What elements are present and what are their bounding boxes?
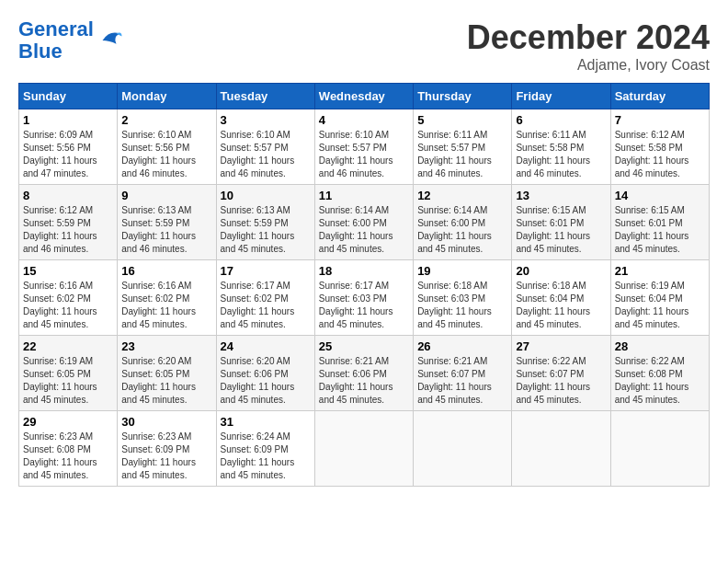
day-number: 8 (23, 189, 113, 202)
day-number: 1 (23, 113, 113, 127)
calendar-day-cell: 24Sunrise: 6:20 AMSunset: 6:06 PMDayligh… (216, 336, 314, 411)
calendar-day-cell (314, 411, 413, 487)
day-number: 20 (516, 264, 606, 278)
day-info: Sunrise: 6:18 AMSunset: 6:04 PMDaylight:… (516, 280, 606, 331)
day-info: Sunrise: 6:11 AMSunset: 5:58 PMDaylight:… (516, 129, 606, 180)
day-info: Sunrise: 6:20 AMSunset: 6:06 PMDaylight:… (221, 355, 311, 407)
calendar-day-cell (414, 411, 512, 487)
day-info: Sunrise: 6:12 AMSunset: 5:59 PMDaylight:… (23, 204, 113, 256)
calendar-day-cell: 18Sunrise: 6:17 AMSunset: 6:03 PMDayligh… (314, 260, 413, 336)
logo-bird-icon (96, 27, 123, 54)
day-info: Sunrise: 6:16 AMSunset: 6:02 PMDaylight:… (23, 280, 113, 331)
day-number: 21 (615, 264, 705, 278)
day-info: Sunrise: 6:19 AMSunset: 6:04 PMDaylight:… (615, 280, 705, 331)
day-info: Sunrise: 6:17 AMSunset: 6:02 PMDaylight:… (221, 280, 311, 331)
calendar-day-cell: 19Sunrise: 6:18 AMSunset: 6:03 PMDayligh… (414, 260, 512, 336)
day-number: 3 (221, 113, 311, 127)
day-number: 2 (121, 113, 211, 127)
day-info: Sunrise: 6:09 AMSunset: 5:56 PMDaylight:… (23, 129, 113, 180)
calendar-day-cell: 8Sunrise: 6:12 AMSunset: 5:59 PMDaylight… (19, 185, 118, 260)
weekday-header: Tuesday (216, 84, 314, 109)
calendar-day-cell (610, 411, 709, 487)
day-info: Sunrise: 6:11 AMSunset: 5:57 PMDaylight:… (417, 129, 507, 180)
title-block: December 2024 Adjame, Ivory Coast (467, 18, 710, 74)
day-number: 17 (221, 264, 311, 278)
calendar-week-row: 15Sunrise: 6:16 AMSunset: 6:02 PMDayligh… (19, 260, 710, 336)
calendar-day-cell: 21Sunrise: 6:19 AMSunset: 6:04 PMDayligh… (610, 260, 709, 336)
calendar-week-row: 29Sunrise: 6:23 AMSunset: 6:08 PMDayligh… (19, 411, 710, 487)
day-number: 30 (121, 415, 211, 429)
weekday-header: Friday (512, 84, 610, 109)
calendar-day-cell: 27Sunrise: 6:22 AMSunset: 6:07 PMDayligh… (512, 336, 610, 411)
calendar-day-cell (512, 411, 610, 487)
weekday-header: Wednesday (314, 84, 413, 109)
day-number: 27 (516, 339, 606, 353)
page-header: GeneralBlue December 2024 Adjame, Ivory … (18, 18, 710, 74)
calendar-week-row: 8Sunrise: 6:12 AMSunset: 5:59 PMDaylight… (19, 185, 710, 260)
day-info: Sunrise: 6:24 AMSunset: 6:09 PMDaylight:… (221, 431, 311, 482)
month-title: December 2024 (467, 18, 710, 57)
calendar-day-cell: 10Sunrise: 6:13 AMSunset: 5:59 PMDayligh… (216, 185, 314, 260)
day-number: 26 (417, 339, 507, 353)
day-info: Sunrise: 6:18 AMSunset: 6:03 PMDaylight:… (417, 280, 507, 331)
weekday-header: Monday (118, 84, 216, 109)
day-number: 9 (121, 189, 211, 202)
day-info: Sunrise: 6:12 AMSunset: 5:58 PMDaylight:… (615, 129, 705, 180)
day-info: Sunrise: 6:22 AMSunset: 6:07 PMDaylight:… (516, 355, 606, 407)
calendar-day-cell: 16Sunrise: 6:16 AMSunset: 6:02 PMDayligh… (118, 260, 216, 336)
day-info: Sunrise: 6:23 AMSunset: 6:09 PMDaylight:… (121, 431, 211, 482)
day-number: 18 (319, 264, 409, 278)
day-info: Sunrise: 6:10 AMSunset: 5:57 PMDaylight:… (319, 129, 409, 180)
day-info: Sunrise: 6:17 AMSunset: 6:03 PMDaylight:… (319, 280, 409, 331)
day-info: Sunrise: 6:10 AMSunset: 5:56 PMDaylight:… (121, 129, 211, 180)
calendar-day-cell: 20Sunrise: 6:18 AMSunset: 6:04 PMDayligh… (512, 260, 610, 336)
weekday-header-row: SundayMondayTuesdayWednesdayThursdayFrid… (19, 84, 710, 109)
logo-text: GeneralBlue (18, 18, 94, 63)
calendar-day-cell: 3Sunrise: 6:10 AMSunset: 5:57 PMDaylight… (216, 109, 314, 185)
day-number: 5 (417, 113, 507, 127)
day-info: Sunrise: 6:19 AMSunset: 6:05 PMDaylight:… (23, 355, 113, 407)
calendar-day-cell: 17Sunrise: 6:17 AMSunset: 6:02 PMDayligh… (216, 260, 314, 336)
day-number: 19 (417, 264, 507, 278)
day-info: Sunrise: 6:15 AMSunset: 6:01 PMDaylight:… (615, 204, 705, 256)
day-number: 14 (615, 189, 705, 202)
calendar-day-cell: 13Sunrise: 6:15 AMSunset: 6:01 PMDayligh… (512, 185, 610, 260)
calendar-day-cell: 28Sunrise: 6:22 AMSunset: 6:08 PMDayligh… (610, 336, 709, 411)
day-number: 22 (23, 339, 113, 353)
day-number: 24 (221, 339, 311, 353)
calendar-week-row: 22Sunrise: 6:19 AMSunset: 6:05 PMDayligh… (19, 336, 710, 411)
calendar-day-cell: 29Sunrise: 6:23 AMSunset: 6:08 PMDayligh… (19, 411, 118, 487)
weekday-header: Thursday (414, 84, 512, 109)
day-info: Sunrise: 6:13 AMSunset: 5:59 PMDaylight:… (221, 204, 311, 256)
day-number: 25 (319, 339, 409, 353)
calendar-day-cell: 23Sunrise: 6:20 AMSunset: 6:05 PMDayligh… (118, 336, 216, 411)
calendar-day-cell: 9Sunrise: 6:13 AMSunset: 5:59 PMDaylight… (118, 185, 216, 260)
day-number: 31 (221, 415, 311, 429)
day-number: 23 (121, 339, 211, 353)
calendar-day-cell: 4Sunrise: 6:10 AMSunset: 5:57 PMDaylight… (314, 109, 413, 185)
calendar-day-cell: 5Sunrise: 6:11 AMSunset: 5:57 PMDaylight… (414, 109, 512, 185)
day-number: 11 (319, 189, 409, 202)
day-info: Sunrise: 6:10 AMSunset: 5:57 PMDaylight:… (221, 129, 311, 180)
logo: GeneralBlue (18, 18, 123, 63)
weekday-header: Saturday (610, 84, 709, 109)
day-number: 6 (516, 113, 606, 127)
location-subtitle: Adjame, Ivory Coast (467, 57, 710, 74)
day-info: Sunrise: 6:14 AMSunset: 6:00 PMDaylight:… (319, 204, 409, 256)
day-number: 7 (615, 113, 705, 127)
calendar-day-cell: 30Sunrise: 6:23 AMSunset: 6:09 PMDayligh… (118, 411, 216, 487)
day-number: 16 (121, 264, 211, 278)
calendar-day-cell: 11Sunrise: 6:14 AMSunset: 6:00 PMDayligh… (314, 185, 413, 260)
calendar-day-cell: 7Sunrise: 6:12 AMSunset: 5:58 PMDaylight… (610, 109, 709, 185)
calendar-day-cell: 26Sunrise: 6:21 AMSunset: 6:07 PMDayligh… (414, 336, 512, 411)
calendar-day-cell: 12Sunrise: 6:14 AMSunset: 6:00 PMDayligh… (414, 185, 512, 260)
day-number: 12 (417, 189, 507, 202)
day-number: 13 (516, 189, 606, 202)
calendar-day-cell: 22Sunrise: 6:19 AMSunset: 6:05 PMDayligh… (19, 336, 118, 411)
day-number: 4 (319, 113, 409, 127)
calendar-week-row: 1Sunrise: 6:09 AMSunset: 5:56 PMDaylight… (19, 109, 710, 185)
day-info: Sunrise: 6:13 AMSunset: 5:59 PMDaylight:… (121, 204, 211, 256)
day-info: Sunrise: 6:14 AMSunset: 6:00 PMDaylight:… (417, 204, 507, 256)
day-number: 15 (23, 264, 113, 278)
day-info: Sunrise: 6:15 AMSunset: 6:01 PMDaylight:… (516, 204, 606, 256)
